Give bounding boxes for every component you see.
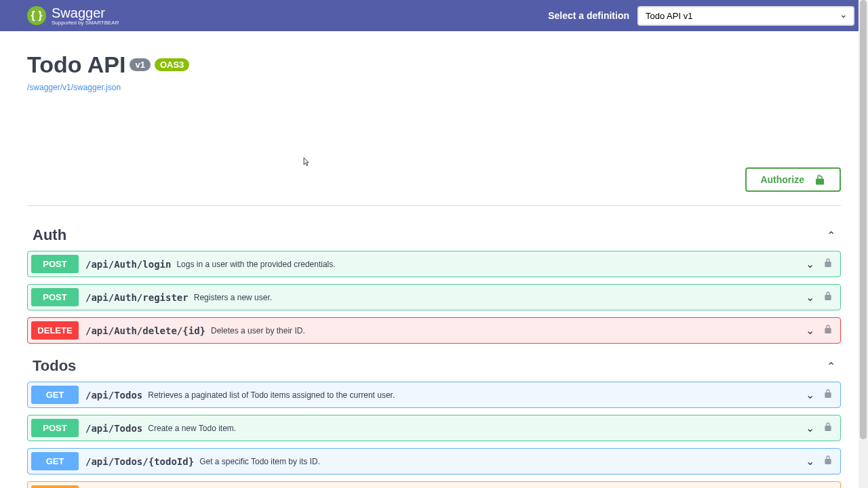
lock-icon (823, 258, 833, 268)
http-method-badge: POST (31, 288, 79, 306)
operation-row[interactable]: GET/api/Todos/{todoId}Get a specific Tod… (27, 448, 841, 474)
topbar: { } Swagger Supported by SMARTBEAR Selec… (0, 0, 868, 31)
operation-row[interactable]: POST/api/Auth/loginLogs in a user with t… (27, 251, 841, 277)
operation-summary: Logs in a user with the provided credent… (176, 260, 806, 269)
logo-subtitle: Supported by SMARTBEAR (52, 20, 119, 26)
lock-icon (823, 291, 833, 302)
operation-summary: Get a specific Todo item by its ID. (199, 457, 806, 466)
chevron-up-icon: ⌃ (827, 360, 835, 373)
lock-icon (823, 422, 833, 432)
http-method-badge: POST (31, 419, 79, 437)
chevron-down-icon: ⌄ (806, 324, 814, 337)
http-method-badge: POST (31, 255, 79, 273)
chevron-down-icon: ⌄ (806, 388, 814, 401)
spec-url-link[interactable]: /swagger/v1/swagger.json (27, 83, 121, 92)
operation-path: /api/Todos (85, 423, 142, 434)
operation-summary: Deletes a user by their ID. (211, 326, 806, 336)
operation-row[interactable]: GET/api/TodosRetrieves a paginated list … (27, 382, 841, 408)
chevron-down-icon: ⌄ (806, 258, 814, 270)
tag-name: Auth (33, 226, 66, 244)
operation-row[interactable]: POST/api/Auth/registerRegisters a new us… (27, 284, 841, 310)
chevron-down-icon: ⌄ (806, 291, 814, 304)
operation-summary: Retrieves a paginated list of Todo items… (148, 390, 806, 400)
api-title-row: Todo API v1 OAS3 (27, 52, 841, 78)
operation-row[interactable]: POST/api/TodosCreate a new Todo item.⌄ (27, 415, 841, 441)
scrollbar-thumb[interactable] (860, 0, 867, 439)
chevron-up-icon: ⌃ (827, 229, 835, 242)
operation-path: /api/Todos/{todoId} (85, 456, 194, 467)
http-method-badge: DELETE (31, 321, 79, 340)
tag-header-todos[interactable]: Todos⌃ (27, 350, 841, 382)
http-method-badge: GET (31, 452, 79, 470)
operation-row[interactable]: PUT/api/Todos/{todoId}Update a specific … (27, 481, 841, 488)
definition-select[interactable]: Todo API v1 (637, 6, 854, 26)
lock-icon (823, 324, 833, 335)
auth-lock-icon[interactable] (823, 258, 833, 271)
operation-path: /api/Auth/delete/{id} (85, 325, 205, 336)
http-method-badge: GET (31, 386, 79, 404)
oas-badge: OAS3 (155, 58, 189, 71)
auth-lock-icon[interactable] (823, 324, 833, 338)
chevron-down-icon: ⌄ (806, 455, 814, 468)
authorize-button[interactable]: Authorize (745, 167, 841, 192)
logo-text: Swagger (52, 5, 119, 21)
lock-open-icon (814, 174, 826, 186)
tag-header-auth[interactable]: Auth⌃ (27, 220, 841, 251)
definition-selector: Select a definition Todo API v1 (548, 6, 854, 26)
auth-lock-icon[interactable] (823, 455, 833, 468)
api-title: Todo API (27, 52, 125, 78)
swagger-icon: { } (27, 6, 46, 25)
version-badge: v1 (130, 58, 150, 71)
logo[interactable]: { } Swagger Supported by SMARTBEAR (27, 5, 119, 26)
lock-icon (823, 388, 833, 399)
http-method-badge: PUT (31, 485, 79, 488)
auth-lock-icon[interactable] (823, 422, 833, 435)
auth-lock-icon[interactable] (823, 291, 833, 304)
operation-path: /api/Todos (85, 390, 142, 401)
operation-path: /api/Auth/login (85, 259, 171, 270)
chevron-down-icon: ⌄ (806, 422, 814, 434)
operation-row[interactable]: DELETE/api/Auth/delete/{id}Deletes a use… (27, 317, 841, 344)
operation-summary: Create a new Todo item. (148, 424, 806, 433)
auth-lock-icon[interactable] (823, 388, 833, 402)
tag-name: Todos (33, 357, 76, 375)
lock-icon (823, 455, 833, 466)
scrollbar[interactable] (859, 0, 868, 488)
definition-label: Select a definition (548, 10, 629, 21)
operation-path: /api/Auth/register (85, 292, 189, 303)
operation-summary: Registers a new user. (194, 293, 806, 302)
authorize-label: Authorize (760, 174, 804, 185)
